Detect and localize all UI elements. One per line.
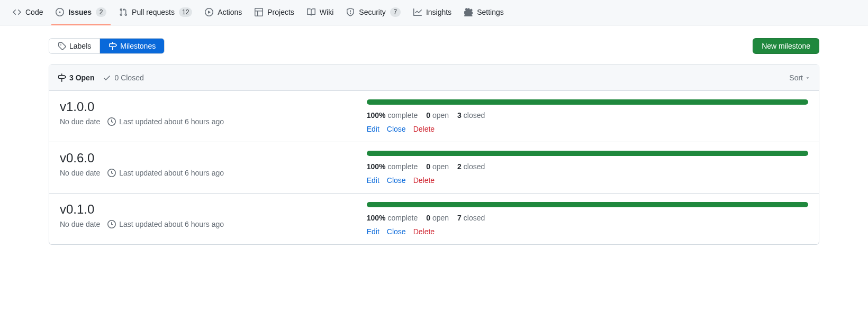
pulls-count-badge: 12	[179, 7, 192, 17]
gear-icon	[464, 8, 473, 16]
shield-icon	[346, 8, 355, 16]
stat-closed-label: closed	[464, 111, 485, 119]
tab-actions-label: Actions	[218, 8, 242, 16]
table-icon	[255, 8, 263, 16]
tab-pulls[interactable]: Pull requests 12	[115, 0, 196, 25]
milestone-row: v0.6.0 No due date Last updated about 6 …	[49, 142, 819, 194]
play-icon	[205, 8, 213, 16]
delete-link[interactable]: Delete	[413, 176, 435, 185]
book-icon	[307, 8, 315, 16]
stat-percent: 100%	[367, 214, 386, 222]
tab-actions[interactable]: Actions	[201, 0, 246, 25]
stat-complete-label: complete	[387, 111, 418, 119]
new-milestone-button[interactable]: New milestone	[753, 38, 819, 54]
milestone-row: v0.1.0 No due date Last updated about 6 …	[49, 194, 819, 244]
stat-closed-label: closed	[464, 214, 485, 222]
tag-icon	[58, 42, 66, 50]
tab-security-label: Security	[359, 8, 386, 16]
close-link[interactable]: Close	[387, 176, 406, 185]
milestone-title[interactable]: v0.6.0	[60, 151, 94, 165]
stat-closed-link[interactable]: 2 closed	[457, 162, 485, 171]
stat-closed-label: closed	[464, 162, 485, 171]
stat-percent: 100%	[367, 162, 386, 171]
tab-issues[interactable]: Issues 2	[51, 0, 111, 25]
stat-closed: 2	[457, 162, 462, 171]
stat-complete-label: complete	[387, 162, 418, 171]
milestone-due: No due date	[60, 220, 100, 228]
code-icon	[13, 8, 21, 16]
milestone-stats: 100% complete 0 open 2 closed	[367, 162, 808, 171]
milestone-row: v1.0.0 No due date Last updated about 6 …	[49, 91, 819, 142]
milestone-updated-text: Last updated about 6 hours ago	[119, 169, 224, 177]
edit-link[interactable]: Edit	[367, 176, 379, 185]
tab-projects[interactable]: Projects	[250, 0, 299, 25]
milestone-icon	[58, 73, 66, 82]
milestone-updated: Last updated about 6 hours ago	[107, 117, 224, 126]
tab-wiki[interactable]: Wiki	[303, 0, 338, 25]
filter-closed-label: 0 Closed	[114, 73, 143, 82]
delete-link[interactable]: Delete	[413, 227, 435, 236]
delete-link[interactable]: Delete	[413, 125, 435, 133]
milestone-progress-bar	[367, 99, 808, 105]
milestone-updated: Last updated about 6 hours ago	[107, 220, 224, 228]
edit-link[interactable]: Edit	[367, 125, 379, 133]
graph-icon	[413, 8, 422, 16]
stat-percent: 100%	[367, 111, 386, 119]
subnav-milestones-label: Milestones	[120, 42, 156, 50]
milestone-updated-text: Last updated about 6 hours ago	[119, 117, 224, 126]
tab-security[interactable]: Security 7	[342, 0, 405, 25]
milestone-progress-bar	[367, 202, 808, 207]
tab-code-label: Code	[25, 8, 43, 16]
milestone-icon	[108, 42, 117, 50]
milestone-stats: 100% complete 0 open 7 closed	[367, 214, 808, 222]
git-pull-request-icon	[119, 8, 128, 16]
filter-closed[interactable]: 0 Closed	[103, 73, 143, 82]
filter-open-label: 3 Open	[69, 73, 94, 82]
milestones-box: 3 Open 0 Closed Sort v1.0.0 No due date …	[49, 65, 819, 245]
security-count-badge: 7	[390, 7, 401, 17]
subnav-links: Labels Milestones	[49, 38, 165, 54]
state-filters: 3 Open 0 Closed	[58, 73, 144, 82]
milestone-title[interactable]: v1.0.0	[60, 99, 94, 114]
sort-button[interactable]: Sort	[789, 73, 810, 82]
milestone-due: No due date	[60, 117, 100, 126]
tab-insights-label: Insights	[426, 8, 451, 16]
clock-icon	[107, 220, 116, 228]
triangle-down-icon	[805, 75, 810, 80]
check-icon	[103, 73, 111, 82]
subnav-labels[interactable]: Labels	[49, 39, 100, 53]
milestone-updated: Last updated about 6 hours ago	[107, 169, 224, 177]
repo-nav: Code Issues 2 Pull requests 12 Actions P…	[0, 0, 868, 25]
milestone-list: v1.0.0 No due date Last updated about 6 …	[49, 91, 819, 244]
tab-pulls-label: Pull requests	[132, 8, 175, 16]
close-link[interactable]: Close	[387, 125, 406, 133]
milestone-updated-text: Last updated about 6 hours ago	[119, 220, 224, 228]
stat-open-link[interactable]: 0 open	[426, 162, 449, 171]
stat-open-label: open	[432, 162, 449, 171]
stat-open: 0	[426, 214, 430, 222]
stat-open-label: open	[432, 214, 449, 222]
tab-insights[interactable]: Insights	[409, 0, 456, 25]
tab-code[interactable]: Code	[8, 0, 47, 25]
clock-icon	[107, 117, 116, 126]
filter-open[interactable]: 3 Open	[58, 73, 94, 82]
milestone-title[interactable]: v0.1.0	[60, 202, 94, 216]
edit-link[interactable]: Edit	[367, 227, 379, 236]
tab-settings-label: Settings	[477, 8, 504, 16]
subnav-milestones[interactable]: Milestones	[100, 39, 164, 53]
tab-settings[interactable]: Settings	[460, 0, 508, 25]
stat-open-link[interactable]: 0 open	[426, 214, 449, 222]
stat-closed-link[interactable]: 7 closed	[457, 214, 485, 222]
tab-issues-label: Issues	[68, 8, 92, 16]
issues-count-badge: 2	[96, 7, 106, 17]
tab-projects-label: Projects	[267, 8, 294, 16]
milestones-box-header: 3 Open 0 Closed Sort	[49, 65, 819, 91]
subnav: Labels Milestones New milestone	[49, 38, 819, 54]
stat-closed-link[interactable]: 3 closed	[457, 111, 485, 119]
stat-open: 0	[426, 162, 430, 171]
stat-open-link[interactable]: 0 open	[426, 111, 449, 119]
subnav-labels-label: Labels	[69, 42, 91, 50]
stat-complete-label: complete	[387, 214, 418, 222]
issue-opened-icon	[56, 8, 64, 16]
close-link[interactable]: Close	[387, 227, 406, 236]
